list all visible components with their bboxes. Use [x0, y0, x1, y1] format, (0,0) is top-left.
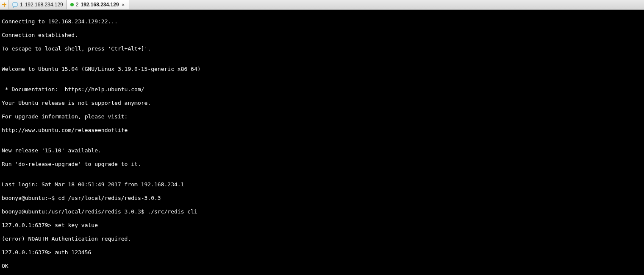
terminal-icon — [12, 2, 18, 8]
terminal-line: boonya@ubuntu:~$ cd /usr/local/redis/red… — [2, 195, 642, 202]
terminal-line: boonya@ubuntu:/usr/local/redis/redis-3.0… — [2, 208, 642, 215]
terminal-line: 127.0.0.1:6379> set key value — [2, 222, 642, 229]
status-dot-icon — [70, 3, 74, 6]
terminal-line: Welcome to Ubuntu 15.04 (GNU/Linux 3.19.… — [2, 66, 642, 73]
terminal-line: Your Ubuntu release is not supported any… — [2, 100, 642, 107]
svg-rect-1 — [2, 4, 6, 5]
terminal-line: For upgrade information, please visit: — [2, 113, 642, 120]
new-tab-button[interactable] — [0, 0, 9, 9]
terminal-line: Connection established. — [2, 32, 642, 39]
terminal-line: Last login: Sat Mar 18 00:51:49 2017 fro… — [2, 181, 642, 188]
terminal-line: To escape to local shell, press 'Ctrl+Al… — [2, 45, 642, 52]
terminal-line: (error) NOAUTH Authentication required. — [2, 236, 642, 242]
terminal-line: 127.0.0.1:6379> auth 123456 — [2, 249, 642, 256]
tab-title: 192.168.234.129 — [25, 2, 63, 8]
terminal-line: Connecting to 192.168.234.129:22... — [2, 18, 642, 25]
tab-number: 1 — [20, 2, 23, 8]
terminal-line: Run 'do-release-upgrade' to upgrade to i… — [2, 161, 642, 168]
plus-icon — [2, 2, 7, 7]
tab-close-button[interactable]: × — [121, 2, 125, 7]
terminal-line: http://www.ubuntu.com/releaseendoflife — [2, 127, 642, 134]
tab-bar: 1 192.168.234.129 2 192.168.234.129 × — [0, 0, 644, 10]
terminal-line: OK — [2, 263, 642, 269]
terminal-line: New release '15.10' available. — [2, 147, 642, 154]
tab-title: 192.168.234.129 — [80, 2, 119, 8]
tab-number: 2 — [76, 2, 79, 8]
tab-1[interactable]: 1 192.168.234.129 — [9, 0, 67, 9]
tab-2-active[interactable]: 2 192.168.234.129 × — [67, 0, 129, 9]
terminal-pane[interactable]: Connecting to 192.168.234.129:22... Conn… — [0, 10, 644, 275]
terminal-line: * Documentation: https://help.ubuntu.com… — [2, 86, 642, 93]
